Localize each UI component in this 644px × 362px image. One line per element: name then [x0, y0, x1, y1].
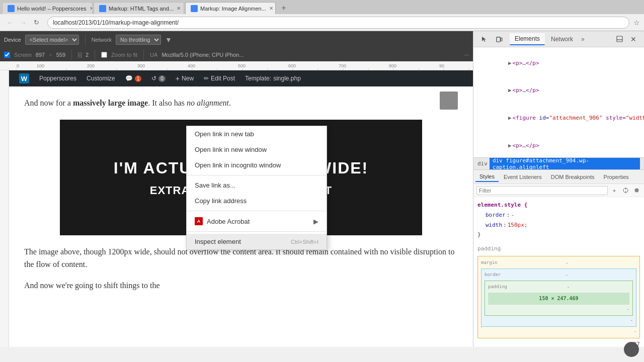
- color-picker-btn[interactable]: [632, 186, 641, 195]
- margin-top-row: margin -: [481, 258, 636, 267]
- forward-button[interactable]: →: [17, 17, 29, 29]
- plus-icon: +: [176, 74, 180, 82]
- styles-tab-styles[interactable]: Styles: [475, 172, 499, 182]
- wp-site-name[interactable]: Popperscores: [35, 70, 80, 86]
- ua-more[interactable]: ···: [464, 52, 469, 58]
- svg-rect-29: [496, 37, 500, 42]
- template-label: Template:: [245, 75, 271, 82]
- tab-close-2[interactable]: ✕: [177, 6, 181, 11]
- inspect-shortcut: Ctrl+Shift+I: [291, 239, 318, 245]
- wp-customize-label: Customize: [87, 75, 115, 82]
- styles-tabs: Styles Event Listeners DOM Breakpoints P…: [473, 170, 644, 184]
- context-menu-item-open-new-tab[interactable]: Open link in new tab: [187, 126, 327, 142]
- wp-site-name-text: Popperscores: [39, 75, 76, 82]
- expand-icon-4[interactable]: ▶: [508, 142, 512, 149]
- device-icon-btn[interactable]: [493, 33, 506, 46]
- copy-link-label: Copy link address: [195, 197, 247, 205]
- css-selector-element: element.style {: [477, 200, 640, 210]
- device-model-select[interactable]: <Select model>: [25, 35, 79, 45]
- context-menu-item-incognito[interactable]: Open link in incognito window: [187, 157, 327, 173]
- user-avatar: [440, 92, 458, 110]
- devtools-tab-bar: Elements Network »: [510, 31, 611, 47]
- html-node-1[interactable]: ▶<p>…</p>: [475, 49, 642, 77]
- styles-section: Styles Event Listeners DOM Breakpoints P…: [473, 170, 644, 347]
- new-tab-button[interactable]: +: [277, 2, 291, 14]
- add-style-btn[interactable]: +: [610, 186, 619, 195]
- orientation-icon: ⌻: [78, 51, 82, 58]
- dt-tab-elements[interactable]: Elements: [510, 33, 545, 45]
- styles-filter-input[interactable]: [476, 186, 608, 195]
- prop-border-name: border: [486, 210, 506, 220]
- styles-content: element.style { border : - width :: [473, 197, 644, 347]
- toggle-btn[interactable]: [621, 186, 630, 195]
- main-layout: Device <Select model> Network No throttl…: [0, 31, 644, 347]
- url-bar[interactable]: localhost/2013/01/10/markup-image-alignm…: [47, 17, 629, 29]
- html-node-3[interactable]: ▶<figure id="attachment_906" style="widt…: [475, 105, 642, 132]
- border-bottom-dash: -: [630, 316, 633, 325]
- context-menu-item-adobe[interactable]: A Adobe Acrobat ▶: [187, 213, 327, 229]
- svg-text:800: 800: [389, 63, 396, 68]
- tab-3[interactable]: Markup: Image Alignmen... ✕: [185, 2, 276, 14]
- zoom-checkbox[interactable]: [101, 52, 107, 58]
- context-menu-item-open-new-window[interactable]: Open link in new window: [187, 142, 327, 157]
- svg-text:0: 0: [17, 63, 19, 68]
- throttle-select[interactable]: No throttling: [116, 35, 161, 45]
- prop-colon-1: :: [507, 210, 510, 220]
- ruler-vertical: [0, 70, 9, 347]
- breadcrumb-selected[interactable]: div figure#attachment_904.wp-caption.ali…: [490, 158, 640, 170]
- dt-tab-network[interactable]: Network: [546, 34, 578, 45]
- context-menu: Open link in new tab Open link in new wi…: [186, 126, 327, 250]
- margin-dash: -: [566, 258, 569, 267]
- inspect-label: Inspect element: [195, 238, 241, 245]
- wp-comments[interactable]: 💬 1: [121, 70, 146, 86]
- html-node-4[interactable]: ▶<p>…</p>: [475, 132, 642, 158]
- close-devtools-btn[interactable]: ✕: [627, 33, 640, 46]
- tab-close-1[interactable]: ✕: [90, 6, 93, 11]
- styles-tab-event-listeners[interactable]: Event Listeners: [500, 172, 546, 182]
- context-menu-item-save-link[interactable]: Save link as...: [187, 177, 327, 193]
- edit-post-label: Edit Post: [211, 75, 235, 82]
- styles-tab-dom-breakpoints[interactable]: DOM Breakpoints: [547, 172, 599, 182]
- back-button[interactable]: ←: [4, 17, 16, 29]
- screen-checkbox[interactable]: [4, 52, 10, 58]
- padding-label: padding: [488, 283, 507, 292]
- revisions-icon: ↺: [151, 75, 156, 82]
- padding-box: padding - 150 × 247.469 -: [485, 281, 633, 316]
- context-menu-item-copy-link[interactable]: Copy link address: [187, 193, 327, 209]
- svg-rect-31: [617, 36, 622, 42]
- wp-new[interactable]: + New: [172, 70, 198, 86]
- browser-viewport: Device <Select model> Network No throttl…: [0, 31, 473, 347]
- element-selector: element.style {: [477, 202, 527, 208]
- wp-revisions[interactable]: ↺ 0: [147, 70, 170, 86]
- wp-customize[interactable]: Customize: [83, 70, 119, 86]
- reload-button[interactable]: ↻: [30, 17, 42, 29]
- context-menu-divider-3: [187, 231, 327, 232]
- submenu-arrow-icon: ▶: [313, 218, 318, 225]
- dock-btn[interactable]: [613, 33, 626, 46]
- expand-icon-2[interactable]: ▶: [508, 87, 512, 94]
- styles-tab-properties[interactable]: Properties: [600, 172, 633, 182]
- tab-close-3[interactable]: ✕: [269, 6, 273, 11]
- prop-width-name: width: [486, 220, 502, 230]
- expand-icon-3[interactable]: ▶: [508, 115, 512, 121]
- cursor-icon-btn[interactable]: [477, 33, 491, 46]
- svg-text:200: 200: [87, 63, 95, 68]
- ua-separator-2: [95, 50, 95, 60]
- dt-more-tabs[interactable]: »: [581, 36, 585, 43]
- wp-edit-post[interactable]: ✏ Edit Post: [200, 70, 239, 86]
- devtools-controls: ✕: [613, 33, 640, 46]
- expand-icon-1[interactable]: ▶: [508, 60, 512, 66]
- border-dash: -: [566, 270, 569, 280]
- device-label: Device: [4, 37, 21, 43]
- tab-1[interactable]: Hello world! – Popperscores ✕: [2, 2, 93, 14]
- bookmark-button[interactable]: ☆: [633, 19, 640, 27]
- more-options[interactable]: ▼: [165, 36, 173, 44]
- html-node-2[interactable]: ▶<p>…</p>: [475, 77, 642, 105]
- css-props-element: border : - width : 150px;: [477, 210, 640, 230]
- breadcrumb-div[interactable]: div: [477, 160, 488, 167]
- wp-logo[interactable]: W: [15, 70, 33, 86]
- padding-top-row: padding -: [488, 283, 629, 292]
- context-menu-item-inspect[interactable]: Inspect element Ctrl+Shift+I: [187, 234, 327, 249]
- border-label: border: [485, 270, 501, 280]
- tab-2[interactable]: Markup: HTML Tags and... ✕: [94, 2, 184, 14]
